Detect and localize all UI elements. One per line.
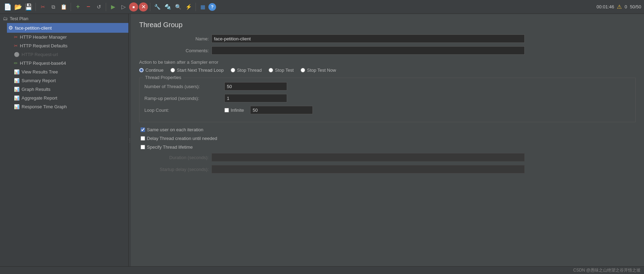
cut-button[interactable]: ✂ <box>38 2 48 12</box>
infinite-checkbox[interactable] <box>224 108 229 112</box>
start-no-pause-button[interactable]: ▷ <box>119 2 128 12</box>
sidebar-item-http-request-url[interactable]: ⚪ HTTP Request-url <box>7 50 128 59</box>
http-request-url-icon: ⚪ <box>14 52 19 57</box>
warning-icon: ⚠ <box>617 3 622 10</box>
comments-input[interactable] <box>212 46 525 55</box>
radio-start-next-thread-loop-input[interactable] <box>170 68 175 72</box>
num-threads-input[interactable] <box>224 82 287 91</box>
radio-stop-test-now-label: Stop Test Now <box>307 68 336 73</box>
specify-lifetime-checkbox[interactable] <box>141 145 145 149</box>
startup-delay-input[interactable] <box>212 165 525 173</box>
radio-stop-thread-label: Stop Thread <box>237 68 262 73</box>
sidebar-item-label: View Results Tree <box>22 69 58 75</box>
sidebar-item-http-request-base64[interactable]: ✏ HTTP Request-base64 <box>7 59 128 68</box>
sidebar-item-label: Aggregate Report <box>22 95 57 101</box>
ramp-up-label: Ramp-up period (seconds): <box>144 96 221 101</box>
name-label: Name: <box>139 36 209 41</box>
radio-stop-thread[interactable]: Stop Thread <box>231 68 262 73</box>
toolbar-sep-2 <box>71 3 71 11</box>
stop-button[interactable]: ■ <box>129 2 138 11</box>
shutdown-button[interactable]: ✕ <box>139 2 148 11</box>
face-petition-icon: ⚙ <box>8 25 13 31</box>
ramp-up-input[interactable] <box>224 94 287 102</box>
radio-continue-input[interactable] <box>139 68 144 72</box>
sidebar-item-label: HTTP Request Defaults <box>20 43 67 48</box>
radio-stop-test-now[interactable]: Stop Test Now <box>301 68 336 73</box>
sidebar-item-label: HTTP Header Manager <box>20 34 67 40</box>
sidebar-item-label: HTTP Request-base64 <box>20 61 66 66</box>
radio-stop-test-label: Stop Test <box>275 68 294 73</box>
clear-all-button[interactable]: 🔩 <box>163 2 173 12</box>
sidebar-item-graph-results[interactable]: 📊 Graph Results <box>7 85 128 94</box>
name-input[interactable] <box>212 34 525 43</box>
http-request-defaults-icon: ✂ <box>14 43 18 48</box>
radio-stop-test[interactable]: Stop Test <box>269 68 294 73</box>
content-area: Thread Group Name: Comments: Action to b… <box>131 14 644 266</box>
statusbar: CSDN @愚味之山绝望之谷开悟之坡 <box>0 266 644 274</box>
main-layout: 🗂 Test Plan ⚙ face-petition-client ✂ HTT… <box>0 14 644 266</box>
status-text: CSDN @愚味之山绝望之谷开悟之坡 <box>573 267 641 273</box>
delay-thread-checkbox[interactable] <box>141 136 145 141</box>
search-button[interactable]: 🔍 <box>173 2 183 12</box>
revert-button[interactable]: ↺ <box>94 2 104 12</box>
startup-delay-label: Startup delay (seconds): <box>139 167 209 172</box>
radio-continue[interactable]: Continue <box>139 68 164 73</box>
same-user-checkbox[interactable] <box>141 127 145 132</box>
sidebar-item-label: Response Time Graph <box>22 104 67 109</box>
help-button[interactable]: ? <box>208 3 216 11</box>
infinite-checkbox-label[interactable]: Infinite <box>224 108 244 113</box>
copy-button[interactable]: ⧉ <box>48 2 58 12</box>
graph-results-icon: 📊 <box>14 87 19 92</box>
duration-input[interactable] <box>212 153 525 162</box>
delay-thread-label: Delay Thread creation until needed <box>147 136 217 141</box>
specify-lifetime-checkbox-label[interactable]: Specify Thread lifetime <box>141 144 636 150</box>
save-button[interactable]: 💾 <box>24 2 33 12</box>
duration-row: Duration (seconds): <box>139 153 636 162</box>
merge-button[interactable]: ⚡ <box>184 2 193 12</box>
toolbar-sep-1 <box>35 3 36 11</box>
radio-start-next-thread-loop-label: Start Next Thread Loop <box>177 68 224 73</box>
sidebar-item-label: Graph Results <box>22 87 50 92</box>
toolbar-sep-3 <box>106 3 106 11</box>
add-button[interactable]: + <box>73 2 83 12</box>
toolbar-right: 00:01:46 ⚠ 0 50/50 <box>597 3 641 10</box>
sidebar-item-response-time-graph[interactable]: 📊 Response Time Graph <box>7 102 128 111</box>
action-section-label: Action to be taken after a Sampler error <box>139 60 636 65</box>
delay-thread-checkbox-label[interactable]: Delay Thread creation until needed <box>141 136 636 141</box>
num-threads-label: Number of Threads (users): <box>144 84 221 89</box>
duration-label: Duration (seconds): <box>139 155 209 160</box>
sidebar-test-plan[interactable]: 🗂 Test Plan <box>0 14 128 23</box>
templates-button[interactable]: ▦ <box>198 2 208 12</box>
sidebar-item-view-results-tree[interactable]: 📊 View Results Tree <box>7 68 128 76</box>
timer-display: 00:01:46 <box>597 4 614 9</box>
thread-counter: 50/50 <box>630 4 641 9</box>
same-user-checkbox-label[interactable]: Same user on each iteration <box>141 127 636 132</box>
start-button[interactable]: ▶ <box>108 2 118 12</box>
http-header-icon: ✂ <box>14 34 18 40</box>
sidebar-item-http-header-manager[interactable]: ✂ HTTP Header Manager <box>7 33 128 41</box>
sidebar-item-face-petition-client[interactable]: ⚙ face-petition-client <box>7 23 128 33</box>
summary-report-icon: 📊 <box>14 78 19 83</box>
thread-group-panel: Thread Group Name: Comments: Action to b… <box>131 14 644 266</box>
sidebar-children: ⚙ face-petition-client ✂ HTTP Header Man… <box>0 23 128 111</box>
sidebar-item-http-request-defaults[interactable]: ✂ HTTP Request Defaults <box>7 41 128 50</box>
clear-button[interactable]: 🔧 <box>152 2 162 12</box>
radio-stop-thread-input[interactable] <box>231 68 235 72</box>
radio-stop-test-input[interactable] <box>269 68 273 72</box>
action-radio-group: Continue Start Next Thread Loop Stop Thr… <box>139 68 636 73</box>
test-plan-icon: 🗂 <box>3 16 8 21</box>
new-button[interactable]: 📄 <box>3 2 13 12</box>
loop-count-input[interactable] <box>250 106 313 114</box>
http-request-base64-icon: ✏ <box>14 61 18 66</box>
paste-button[interactable]: 📋 <box>59 2 69 12</box>
sidebar-item-summary-report[interactable]: 📊 Summary Report <box>7 76 128 85</box>
num-threads-row: Number of Threads (users): <box>144 82 630 91</box>
specify-lifetime-label: Specify Thread lifetime <box>147 144 193 150</box>
name-row: Name: <box>139 34 636 43</box>
radio-start-next-thread-loop[interactable]: Start Next Thread Loop <box>170 68 224 73</box>
remove-button[interactable]: − <box>84 2 93 12</box>
sidebar-item-aggregate-report[interactable]: 📊 Aggregate Report <box>7 94 128 102</box>
radio-stop-test-now-input[interactable] <box>301 68 305 72</box>
open-button[interactable]: 📂 <box>13 2 23 12</box>
thread-properties-section: Thread Properties Number of Threads (use… <box>139 78 636 122</box>
